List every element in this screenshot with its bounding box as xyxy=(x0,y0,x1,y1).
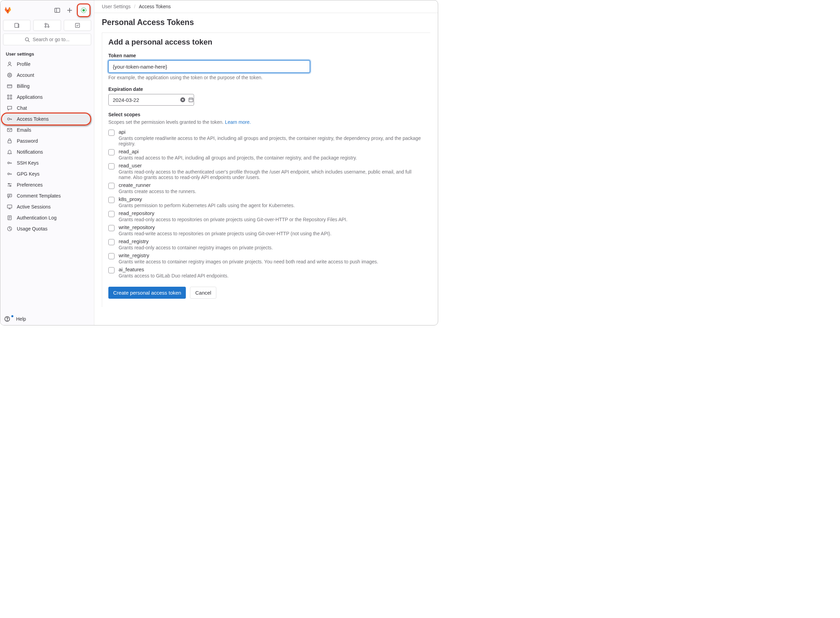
svg-rect-20 xyxy=(7,98,9,99)
svg-point-26 xyxy=(8,173,10,175)
form-actions: Create personal access token Cancel xyxy=(108,287,424,299)
merge-requests-button[interactable] xyxy=(33,20,61,31)
scope-name: ai_features xyxy=(119,266,424,272)
scope-row: read_repository Grants read-only access … xyxy=(108,210,424,222)
scope-row: read_registry Grants read-only access to… xyxy=(108,238,424,250)
profile-icon xyxy=(6,61,13,67)
page-title: Personal Access Tokens xyxy=(94,13,438,33)
sidebar-item-comment templates[interactable]: Comment Templates xyxy=(3,190,91,201)
scope-name: k8s_proxy xyxy=(119,196,424,202)
token-name-help: For example, the application using the t… xyxy=(108,75,424,80)
panel-left-icon[interactable] xyxy=(52,5,62,15)
scope-description: Grants permission to perform Kubernetes … xyxy=(119,203,424,208)
breadcrumb-separator: / xyxy=(134,4,135,9)
sidebar-item-chat[interactable]: Chat xyxy=(3,103,91,113)
scope-row: ai_features Grants access to GitLab Duo … xyxy=(108,266,424,278)
scope-description: Grants write access to container registr… xyxy=(119,259,424,264)
sidebar-item-billing[interactable]: Billing xyxy=(3,80,91,92)
scope-checkbox-ai_features[interactable] xyxy=(108,267,114,273)
close-circle-icon xyxy=(180,97,186,103)
scope-row: read_user Grants read-only access to the… xyxy=(108,163,424,180)
sidebar-item-profile[interactable]: Profile xyxy=(3,59,91,70)
scope-name: read_repository xyxy=(119,210,424,216)
calendar-button[interactable] xyxy=(187,97,194,103)
svg-point-43 xyxy=(7,320,7,320)
scope-name: read_api xyxy=(119,149,424,154)
scope-checkbox-read_registry[interactable] xyxy=(108,239,114,245)
scope-checkbox-create_runner[interactable] xyxy=(108,183,114,189)
sidebar-item-applications[interactable]: Applications xyxy=(3,92,91,103)
svg-point-7 xyxy=(45,23,46,25)
create-token-button[interactable]: Create personal access token xyxy=(108,287,186,299)
scope-name: create_runner xyxy=(119,182,424,188)
sidebar-item-label: Password xyxy=(17,138,38,144)
sidebar-item-password[interactable]: Password xyxy=(3,135,91,146)
scope-list: api Grants complete read/write access to… xyxy=(108,129,424,278)
ssh-keys-icon xyxy=(6,160,13,166)
sidebar-item-label: Active Sessions xyxy=(17,204,51,209)
scopes-learn-more-link[interactable]: Learn more. xyxy=(225,119,251,125)
scope-checkbox-write_repository[interactable] xyxy=(108,225,114,231)
sidebar-item-label: Applications xyxy=(17,94,43,100)
plus-icon[interactable] xyxy=(64,5,75,15)
svg-point-8 xyxy=(45,26,46,27)
sidebar-item-access tokens[interactable]: Access Tokens xyxy=(3,113,91,125)
expiration-label: Expiration date xyxy=(108,86,424,92)
expiration-field: Expiration date xyxy=(108,86,424,105)
sidebar-item-authentication log[interactable]: Authentication Log xyxy=(3,212,91,223)
token-name-input[interactable] xyxy=(108,60,310,73)
sidebar-item-preferences[interactable]: Preferences xyxy=(3,179,91,190)
help-link[interactable]: Help xyxy=(4,316,26,322)
highlighted-extension-icon[interactable] xyxy=(77,3,91,17)
expiration-input-wrapper xyxy=(108,94,194,105)
sidebar-item-gpg keys[interactable]: GPG Keys xyxy=(3,168,91,179)
svg-point-22 xyxy=(7,118,10,120)
scope-row: write_registry Grants write access to co… xyxy=(108,253,424,264)
scope-checkbox-api[interactable] xyxy=(108,130,114,136)
sidebar-item-active sessions[interactable]: Active Sessions xyxy=(3,201,91,212)
scope-description: Grants read-only access to repositories … xyxy=(119,217,424,222)
sidebar-item-label: Comment Templates xyxy=(17,193,61,199)
svg-point-9 xyxy=(47,26,49,27)
notification-dot-icon xyxy=(11,315,13,317)
expiration-input[interactable] xyxy=(113,97,178,103)
svg-point-15 xyxy=(9,74,10,76)
password-icon xyxy=(6,138,13,144)
sidebar-item-ssh keys[interactable]: SSH Keys xyxy=(3,157,91,168)
scope-checkbox-write_registry[interactable] xyxy=(108,253,114,259)
sidebar-item-notifications[interactable]: Notifications xyxy=(3,146,91,157)
breadcrumb-parent[interactable]: User Settings xyxy=(102,4,131,9)
scope-checkbox-k8s_proxy[interactable] xyxy=(108,197,114,203)
gpg-keys-icon xyxy=(6,171,13,177)
svg-rect-19 xyxy=(10,95,12,97)
clear-date-button[interactable] xyxy=(179,97,186,103)
scope-description: Grants read-only access to container reg… xyxy=(119,245,424,250)
scopes-section: Select scopes Scopes set the permission … xyxy=(108,112,424,278)
emails-icon xyxy=(6,127,13,133)
breadcrumb-current: Access Tokens xyxy=(139,4,171,9)
quick-actions-row xyxy=(3,20,91,31)
usage-quotas-icon xyxy=(6,226,13,232)
svg-rect-24 xyxy=(8,141,11,143)
todo-button[interactable] xyxy=(64,20,91,31)
scope-checkbox-read_user[interactable] xyxy=(108,163,114,169)
scope-name: write_repository xyxy=(119,224,424,230)
scope-row: create_runner Grants create access to th… xyxy=(108,182,424,194)
scope-checkbox-read_repository[interactable] xyxy=(108,211,114,217)
search-button[interactable]: Search or go to... xyxy=(3,34,91,45)
issues-button[interactable] xyxy=(3,20,31,31)
sidebar-item-account[interactable]: Account xyxy=(3,70,91,80)
cancel-button[interactable]: Cancel xyxy=(190,287,216,299)
scopes-heading: Select scopes xyxy=(108,112,424,117)
scopes-desc-text: Scopes set the permission levels granted… xyxy=(108,119,225,125)
svg-point-13 xyxy=(9,62,10,64)
sidebar-item-label: Account xyxy=(17,72,34,78)
sidebar-item-usage quotas[interactable]: Usage Quotas xyxy=(3,223,91,234)
sidebar-section-title: User settings xyxy=(3,45,91,59)
sidebar-item-label: Profile xyxy=(17,61,31,67)
scope-name: read_user xyxy=(119,163,424,168)
scope-checkbox-read_api[interactable] xyxy=(108,149,114,155)
green-circle-icon xyxy=(79,5,89,15)
sidebar-item-emails[interactable]: Emails xyxy=(3,125,91,135)
gitlab-logo-icon[interactable] xyxy=(4,6,12,15)
